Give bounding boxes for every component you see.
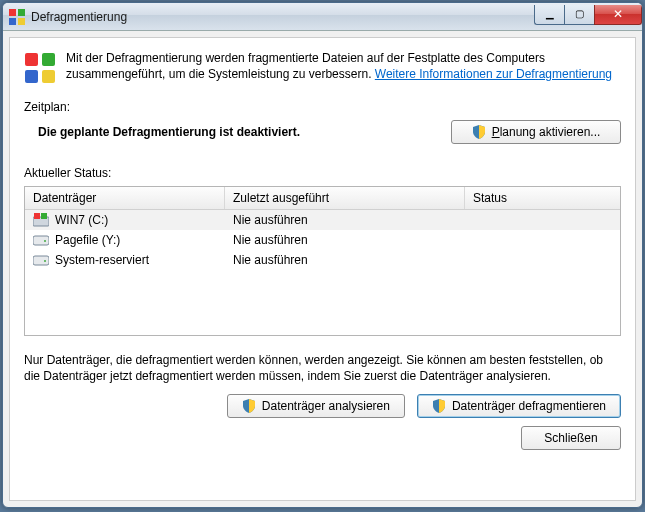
minimize-button[interactable]: ▁ [534,5,564,25]
minimize-icon: ▁ [546,9,554,19]
hdd-icon [33,233,49,247]
hdd-icon [33,253,49,267]
window-title: Defragmentierung [31,10,534,24]
schedule-row: Die geplante Defragmentierung ist deakti… [24,120,621,144]
table-row[interactable]: System-reserviert Nie ausführen [25,250,620,270]
schedule-label: Zeitplan: [24,100,621,114]
svg-rect-11 [33,236,49,245]
svg-rect-13 [33,256,49,265]
defrag-window: Defragmentierung ▁ ▢ ✕ Mit der Defragmen… [2,2,643,508]
intro-text: Mit der Defragmentierung werden fragment… [66,50,621,84]
svg-rect-7 [42,70,55,83]
window-controls: ▁ ▢ ✕ [534,5,642,25]
col-drive[interactable]: Datenträger [25,187,225,209]
svg-rect-10 [41,213,47,219]
svg-rect-5 [42,53,55,66]
shield-icon [242,399,256,413]
defragment-button[interactable]: Datenträger defragmentieren [417,394,621,418]
client-area: Mit der Defragmentierung werden fragment… [9,37,636,501]
activate-schedule-button[interactable]: Planung aktivieren... [451,120,621,144]
svg-rect-6 [25,70,38,83]
maximize-button[interactable]: ▢ [564,5,594,25]
svg-point-14 [44,260,46,262]
more-info-link[interactable]: Weitere Informationen zur Defragmentieru… [375,67,612,81]
intro: Mit der Defragmentierung werden fragment… [24,50,621,84]
defrag-icon [9,9,25,25]
last-run: Nie ausführen [233,213,308,227]
defragment-label: Datenträger defragmentieren [452,399,606,413]
drive-list: Datenträger Zuletzt ausgeführt Status WI… [24,186,621,336]
col-last-run[interactable]: Zuletzt ausgeführt [225,187,465,209]
table-row[interactable]: WIN7 (C:) Nie ausführen [25,210,620,230]
svg-rect-1 [18,9,25,16]
svg-rect-4 [25,53,38,66]
hint-text: Nur Datenträger, die defragmentiert werd… [24,352,621,384]
action-buttons: Datenträger analysieren Datenträger defr… [24,394,621,418]
close-button[interactable]: Schließen [521,426,621,450]
last-run: Nie ausführen [233,253,308,267]
shield-icon [472,125,486,139]
titlebar[interactable]: Defragmentierung ▁ ▢ ✕ [3,3,642,31]
svg-rect-9 [34,213,40,219]
close-row: Schließen [24,426,621,450]
list-header[interactable]: Datenträger Zuletzt ausgeführt Status [25,187,620,210]
table-row[interactable]: Pagefile (Y:) Nie ausführen [25,230,620,250]
close-label: Schließen [544,431,597,445]
drive-name: System-reserviert [55,253,149,267]
drive-name: WIN7 (C:) [55,213,108,227]
svg-rect-0 [9,9,16,16]
defrag-large-icon [24,52,56,84]
status-label: Aktueller Status: [24,166,621,180]
analyze-label: Datenträger analysieren [262,399,390,413]
maximize-icon: ▢ [575,9,584,19]
close-icon: ✕ [613,8,623,20]
svg-rect-3 [18,18,25,25]
last-run: Nie ausführen [233,233,308,247]
drive-name: Pagefile (Y:) [55,233,120,247]
windows-drive-icon [33,213,49,227]
schedule-status: Die geplante Defragmentierung ist deakti… [24,125,431,139]
svg-point-12 [44,240,46,242]
activate-schedule-label: Planung aktivieren... [492,125,601,139]
svg-rect-2 [9,18,16,25]
col-status[interactable]: Status [465,187,620,209]
analyze-button[interactable]: Datenträger analysieren [227,394,405,418]
close-window-button[interactable]: ✕ [594,5,642,25]
shield-icon [432,399,446,413]
